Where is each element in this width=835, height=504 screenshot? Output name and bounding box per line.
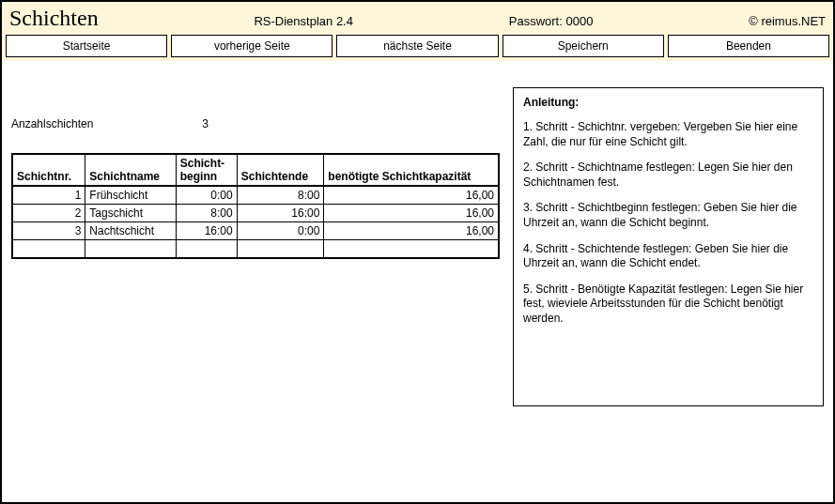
cell-end[interactable]: 16:00 <box>237 205 324 222</box>
cell-nr[interactable]: 1 <box>12 186 85 205</box>
col-end: Schichtende <box>237 154 324 186</box>
cell-name[interactable] <box>85 240 176 259</box>
left-panel: Anzahlschichten 3 Schichtnr. Schichtname… <box>11 70 500 406</box>
header-bar: Schichten RS-Dienstplan 2.4 Passwort: 00… <box>2 2 833 35</box>
cell-cap[interactable]: 16,00 <box>324 205 499 222</box>
table-header-row: Schichtnr. Schichtname Schicht-beginn Sc… <box>12 154 499 186</box>
cell-cap[interactable]: 16,00 <box>324 186 499 205</box>
cell-name[interactable]: Nachtschicht <box>85 222 176 240</box>
cell-begin[interactable]: 0:00 <box>176 186 237 205</box>
table-row[interactable]: 1 Frühschicht 0:00 8:00 16,00 <box>12 186 499 205</box>
table-row[interactable]: 2 Tagschicht 8:00 16:00 16,00 <box>12 205 499 222</box>
help-step: 1. Schritt - Schichtnr. vergeben: Vergeb… <box>523 120 813 149</box>
cell-begin[interactable]: 16:00 <box>176 222 237 240</box>
help-step: 4. Schritt - Schichtende festlegen: Gebe… <box>523 242 813 271</box>
home-button[interactable]: Startseite <box>6 35 167 57</box>
shift-table: Schichtnr. Schichtname Schicht-beginn Sc… <box>11 153 500 259</box>
shift-count-row: Anzahlschichten 3 <box>11 117 500 130</box>
content-area: Anzahlschichten 3 Schichtnr. Schichtname… <box>2 61 833 416</box>
save-button[interactable]: Speichern <box>503 35 664 57</box>
cell-name[interactable]: Tagschicht <box>85 205 176 222</box>
shift-count-label: Anzahlschichten <box>11 117 199 130</box>
password-label: Passwort: 0000 <box>509 14 594 28</box>
cell-cap[interactable]: 16,00 <box>324 222 499 240</box>
shift-count-value: 3 <box>202 117 209 130</box>
help-step: 2. Schritt - Schichtname festlegen: Lege… <box>523 160 813 190</box>
col-name: Schichtname <box>85 154 176 186</box>
col-begin: Schicht-beginn <box>176 154 237 186</box>
cell-end[interactable]: 0:00 <box>237 222 324 240</box>
cell-nr[interactable] <box>12 240 85 259</box>
help-step: 5. Schritt - Benötigte Kapazität festleg… <box>523 283 813 327</box>
next-page-button[interactable]: nächste Seite <box>336 35 498 57</box>
prev-page-button[interactable]: vorherige Seite <box>171 35 332 57</box>
cell-nr[interactable]: 2 <box>12 205 85 222</box>
cell-nr[interactable]: 3 <box>12 222 85 240</box>
cell-name[interactable]: Frühschicht <box>85 186 176 205</box>
col-cap: benötigte Schichtkapazität <box>324 154 499 186</box>
brand-label: © reimus.NET <box>749 14 826 28</box>
page-title: Schichten <box>9 6 99 31</box>
help-title: Anleitung: <box>523 96 813 109</box>
toolbar: Startseite vorherige Seite nächste Seite… <box>2 35 833 61</box>
cell-end[interactable]: 8:00 <box>237 186 324 205</box>
cell-end[interactable] <box>237 240 324 259</box>
help-step: 3. Schritt - Schichtbeginn festlegen: Ge… <box>523 201 813 230</box>
cell-cap[interactable] <box>324 240 499 259</box>
quit-button[interactable]: Beenden <box>668 35 829 57</box>
app-name: RS-Dienstplan 2.4 <box>254 14 353 28</box>
cell-begin[interactable] <box>176 240 237 259</box>
table-row[interactable] <box>12 240 499 259</box>
col-nr: Schichtnr. <box>12 154 85 186</box>
help-panel: Anleitung: 1. Schritt - Schichtnr. verge… <box>513 87 824 406</box>
table-row[interactable]: 3 Nachtschicht 16:00 0:00 16,00 <box>12 222 499 240</box>
cell-begin[interactable]: 8:00 <box>176 205 237 222</box>
